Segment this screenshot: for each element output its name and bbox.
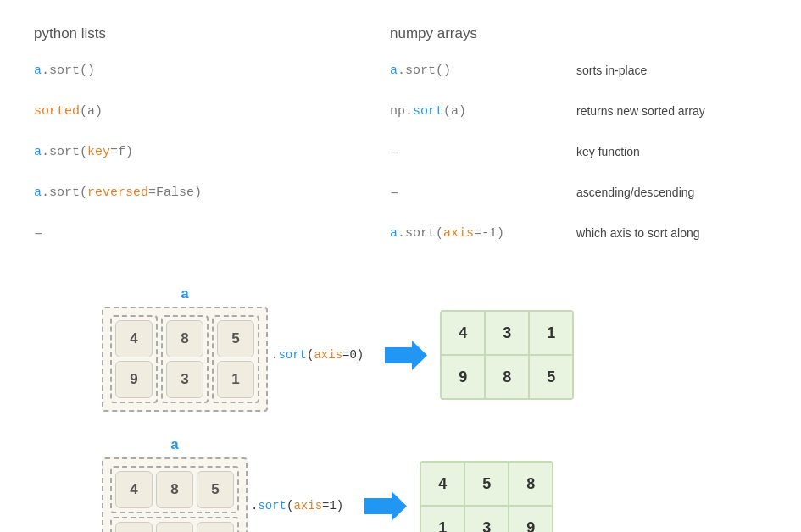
- diagram-axis1: a 4 8 5 9 3 1 .sort(axi: [34, 437, 767, 532]
- diagram1-cell-12: 1: [197, 522, 234, 532]
- numpy-code-5: a.sort(axis=-1): [390, 226, 559, 241]
- svg-marker-0: [385, 341, 427, 370]
- numpy-row-2: np.sort(a) returns new sorted array: [390, 98, 767, 124]
- diagram0-result-12: 5: [530, 356, 572, 398]
- python-row-3: a.sort(key=f): [34, 139, 390, 164]
- diagram0-result-11: 8: [486, 356, 528, 398]
- diagram0-arrow: [385, 338, 427, 372]
- python-code-2: sorted(a): [34, 104, 203, 119]
- python-code-1: a.sort(): [34, 64, 203, 78]
- python-lists-header: python lists: [34, 25, 390, 42]
- numpy-row-3: – key function: [390, 139, 767, 164]
- diagram0-col3: 5 1: [212, 315, 259, 403]
- diagram0-sort-code: .sort(axis=0): [271, 348, 364, 362]
- diagram0-col2: 8 3: [161, 315, 209, 403]
- diagram1-row2: 9 3 1: [110, 517, 239, 532]
- diagram1-result-10: 1: [421, 507, 464, 532]
- diagram0-result-00: 4: [442, 312, 484, 354]
- python-row-4: a.sort(reversed=False): [34, 180, 390, 205]
- diagram0-cell-00: 4: [115, 320, 153, 357]
- numpy-dash-3: –: [390, 143, 559, 160]
- numpy-code-1: a.sort(): [390, 64, 559, 78]
- numpy-code-2: np.sort(a): [390, 104, 559, 119]
- numpy-dash-4: –: [390, 184, 559, 201]
- python-dash-5: –: [34, 224, 203, 241]
- diagram0-col1: 4 9: [110, 315, 158, 403]
- diagram0-result-10: 9: [442, 356, 484, 398]
- diagram0-label: a: [181, 286, 189, 302]
- numpy-row-4: – ascending/descending: [390, 180, 767, 205]
- diagram0-cell-02: 5: [217, 320, 254, 357]
- diagram0-cell-11: 3: [166, 361, 203, 398]
- diagram0-result-01: 3: [486, 312, 528, 354]
- diagram1-result-matrix: 4 5 8 1 3 9: [420, 461, 553, 532]
- numpy-desc-4: ascending/descending: [576, 186, 694, 199]
- numpy-arrays-header: numpy arrays: [390, 25, 767, 42]
- svg-marker-1: [364, 491, 407, 521]
- diagram1-input-matrix: 4 8 5 9 3 1: [102, 457, 248, 532]
- python-code-4: a.sort(reversed=False): [34, 186, 203, 200]
- python-row-1: a.sort(): [34, 58, 390, 83]
- numpy-row-5: a.sort(axis=-1) which axis to sort along: [390, 220, 767, 246]
- diagram1-cell-11: 3: [156, 522, 193, 532]
- python-code-3: a.sort(key=f): [34, 145, 203, 159]
- diagram1-cell-02: 5: [197, 471, 234, 508]
- diagram0-cell-01: 8: [166, 320, 203, 357]
- diagram0-input-matrix: 4 9 8 3 5 1: [102, 307, 268, 412]
- diagram1-result-11: 3: [465, 507, 508, 532]
- python-row-2: sorted(a): [34, 98, 390, 124]
- numpy-desc-2: returns new sorted array: [576, 104, 705, 118]
- diagram1-arrow: [364, 489, 407, 523]
- numpy-desc-5: which axis to sort along: [576, 226, 700, 240]
- numpy-desc-3: key function: [576, 145, 640, 158]
- diagram1-row1: 4 8 5: [110, 466, 239, 513]
- diagram0-cell-12: 1: [217, 361, 254, 398]
- diagram1-result-02: 8: [509, 463, 552, 505]
- diagram1-cell-10: 9: [115, 522, 153, 532]
- diagram0-result-02: 1: [530, 312, 572, 354]
- numpy-desc-1: sorts in-place: [576, 64, 647, 77]
- diagram1-result-12: 9: [509, 507, 552, 532]
- diagram1-sort-code: .sort(axis=1): [251, 499, 343, 513]
- diagram0-result-matrix: 4 3 1 9 8 5: [440, 310, 574, 400]
- python-row-5: –: [34, 220, 390, 246]
- diagram0-cell-10: 9: [115, 361, 153, 398]
- numpy-row-1: a.sort() sorts in-place: [390, 58, 767, 83]
- diagram1-result-00: 4: [421, 463, 464, 505]
- diagram1-cell-01: 8: [156, 471, 193, 508]
- diagram1-label: a: [170, 437, 179, 453]
- diagram1-cell-00: 4: [115, 471, 153, 508]
- diagram1-result-01: 5: [465, 463, 508, 505]
- diagram-axis0: a 4 9 8 3 5 1: [34, 286, 767, 412]
